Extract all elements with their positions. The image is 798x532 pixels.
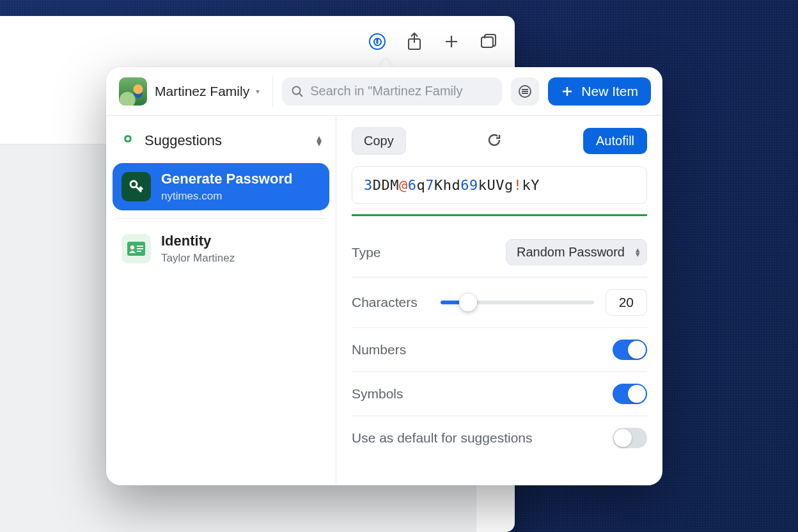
suggestions-panel: Suggestions ▴▾ Generate Password nytimes… (106, 116, 336, 485)
suggestion-identity[interactable]: Identity Taylor Martinez (113, 225, 329, 272)
suggestions-header[interactable]: Suggestions ▴▾ (113, 122, 329, 163)
password-strength-bar (352, 214, 647, 216)
default-row: Use as default for suggestions (352, 416, 647, 460)
item-title: Generate Password (161, 171, 292, 187)
type-select[interactable]: Random Password ▴▾ (506, 239, 647, 265)
characters-slider[interactable] (441, 301, 594, 304)
safari-toolbar (0, 16, 515, 67)
symbols-toggle[interactable] (613, 384, 647, 404)
share-icon[interactable] (405, 32, 424, 51)
key-icon (121, 172, 151, 201)
tabs-overview-icon[interactable] (479, 32, 498, 51)
item-subtitle: nytimes.com (161, 190, 292, 203)
account-avatar (119, 77, 147, 106)
numbers-label: Numbers (352, 342, 406, 357)
type-row: Type Random Password ▴▾ (352, 228, 647, 278)
suggestions-icon (120, 131, 136, 150)
account-switcher[interactable]: Martinez Family ▾ (118, 76, 263, 107)
svg-point-2 (293, 86, 301, 94)
account-name: Martinez Family (155, 84, 249, 99)
numbers-row: Numbers (352, 328, 647, 372)
characters-label: Characters (352, 295, 418, 310)
generator-panel: Copy Autofill 3DDM@6q7Khd69kUVg!kY Type … (336, 116, 662, 485)
symbols-row: Symbols (352, 372, 647, 416)
list-view-icon[interactable] (511, 77, 539, 106)
divider (115, 218, 327, 219)
divider (272, 76, 273, 107)
type-value: Random Password (517, 245, 625, 259)
item-title: Identity (161, 233, 235, 249)
item-subtitle: Taylor Martinez (161, 252, 235, 265)
default-label: Use as default for suggestions (352, 430, 533, 446)
numbers-toggle[interactable] (613, 340, 647, 360)
suggestions-label: Suggestions (145, 132, 222, 149)
autofill-button[interactable]: Autofill (583, 128, 647, 154)
plus-icon (561, 85, 574, 98)
default-toggle[interactable] (613, 428, 647, 448)
regenerate-icon[interactable] (487, 132, 502, 150)
symbols-label: Symbols (352, 386, 403, 402)
generated-password[interactable]: 3DDM@6q7Khd69kUVg!kY (352, 166, 647, 204)
suggestion-generate-password[interactable]: Generate Password nytimes.com (113, 163, 329, 210)
chevron-down-icon: ▾ (256, 87, 260, 96)
popover-header: Martinez Family ▾ New Item (106, 67, 662, 116)
svg-rect-7 (137, 246, 143, 247)
new-item-button[interactable]: New Item (548, 77, 651, 106)
type-label: Type (352, 245, 381, 260)
sort-updown-icon[interactable]: ▴▾ (317, 136, 322, 146)
new-tab-icon[interactable] (442, 32, 461, 51)
svg-rect-8 (137, 248, 143, 249)
characters-value[interactable]: 20 (606, 289, 647, 316)
identity-icon (121, 234, 151, 263)
svg-rect-1 (481, 37, 493, 47)
search-icon (291, 85, 304, 98)
onepassword-popover: Martinez Family ▾ New Item (106, 67, 662, 485)
svg-point-6 (130, 246, 134, 249)
characters-row: Characters 20 (352, 278, 647, 328)
search-field[interactable] (282, 77, 502, 106)
copy-button[interactable]: Copy (352, 127, 406, 155)
slider-thumb[interactable] (459, 293, 477, 311)
onepassword-extension-icon[interactable] (368, 32, 387, 51)
new-item-label: New Item (581, 84, 638, 99)
svg-rect-9 (137, 251, 141, 252)
popover-caret (378, 59, 393, 68)
chevron-updown-icon: ▴▾ (636, 247, 640, 258)
search-input[interactable] (310, 84, 493, 98)
